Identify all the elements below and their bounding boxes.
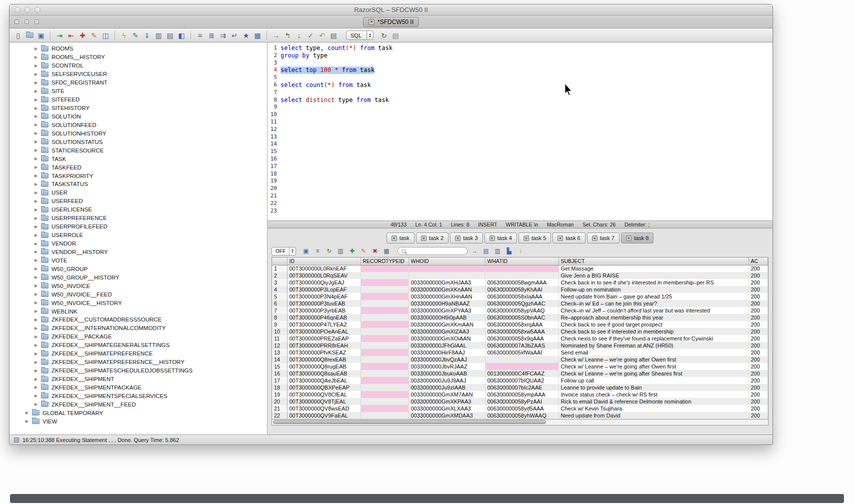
editor-line[interactable]: 10 (268, 111, 772, 118)
sidebar-item-zkfedex-shipmatepreference[interactable]: ▶ZKFEDEX__SHIPMATEPREFERENCE (10, 350, 267, 358)
cell-subject[interactable]: Check–in w/ Ed – can he join this year? (558, 300, 748, 307)
disclosure-triangle-icon[interactable]: ▶ (34, 266, 41, 271)
cell-subject[interactable]: Need update from Bain – gave go ahead 1/… (558, 293, 748, 300)
sidebar-item-zkfedex-shipment[interactable]: ▶ZKFEDEX__SHIPMENT (10, 375, 267, 384)
cell-whatid[interactable]: 006300000058xIaAAA (485, 293, 558, 300)
cell-ac[interactable]: 200 (748, 307, 768, 314)
cell-recordtypeid[interactable] (360, 300, 408, 307)
editor-line[interactable]: 15 (268, 148, 772, 156)
cell-rownum[interactable]: 16 (272, 370, 287, 377)
disclosure-triangle-icon[interactable]: ▶ (34, 199, 41, 204)
disclosure-triangle-icon[interactable]: ▶ (34, 122, 41, 127)
table-row[interactable]: 400T3000000P3LopEAF0033000000GmXKnAAN006… (272, 286, 768, 293)
sidebar-item-userrole[interactable]: ▶USERROLE (10, 231, 267, 240)
cell-subject[interactable]: Invoice status check – check w/ RS first (558, 391, 748, 398)
table-row[interactable]: 600T3000000P3tuvEAB0033000000H9aNBAAZ006… (272, 300, 768, 307)
sidebar-item-sfdc-registrant[interactable]: ▶SFDC_REGISTRANT (10, 78, 267, 87)
cell-id[interactable]: 00T3000000QV8CfEAL (287, 391, 360, 398)
cell-ac[interactable]: 200 (748, 405, 768, 412)
cell-whoid[interactable]: 0033000000GmXMDAA3 (408, 412, 485, 419)
editor-line[interactable]: 8select distinct type from task (268, 96, 772, 104)
cell-recordtypeid[interactable] (360, 356, 408, 363)
open-results-icon[interactable]: ▤ (482, 246, 490, 256)
tab-close-icon[interactable]: ✕ (455, 236, 460, 241)
cell-subject[interactable]: Follow-up on nomination (558, 286, 748, 293)
cell-whoid[interactable]: 0033000000GmXPYAA3 (408, 307, 485, 314)
cell-rownum[interactable]: 14 (272, 356, 287, 363)
go-icon[interactable]: → (271, 30, 281, 40)
sidebar-item-zkfedex-package[interactable]: ▶ZKFEDEX__PACKAGE (10, 332, 267, 341)
sidebar-item-solutionhistory[interactable]: ▶SOLUTIONHISTORY (10, 129, 267, 138)
disclosure-triangle-icon[interactable]: ▶ (34, 216, 41, 220)
add-connection-icon[interactable]: ✚ (78, 30, 88, 40)
cell-ac[interactable]: 200 (748, 314, 768, 321)
disclosure-triangle-icon[interactable]: ▶ (34, 275, 41, 280)
cell-subject[interactable]: Send email (558, 349, 748, 356)
cell-whoid[interactable]: 0033000000GmXM7AAN (408, 391, 485, 398)
cell-whatid[interactable] (485, 272, 558, 279)
cell-ac[interactable]: 200 (748, 377, 768, 384)
sidebar-item-userlicense[interactable]: ▶USERLICENSE (10, 206, 267, 214)
cell-rownum[interactable]: 6 (272, 300, 287, 307)
cell-recordtypeid[interactable] (360, 314, 408, 321)
disclosure-triangle-icon[interactable]: ▶ (34, 98, 41, 102)
cell-ac[interactable]: 200 (748, 398, 768, 405)
tab-close-icon[interactable]: ✕ (558, 236, 563, 241)
cell-whatid[interactable]: 00630000007bIQUAA2 (485, 377, 558, 384)
editor-line[interactable]: 7 (268, 89, 772, 96)
sidebar-item-rooms-history[interactable]: ▶ROOMS__HISTORY (10, 53, 267, 62)
history-icon[interactable]: ▤ (328, 30, 338, 40)
refresh-icon[interactable]: ↻ (324, 246, 334, 256)
export-results-icon[interactable]: ↓ (516, 246, 525, 256)
bookmarks-icon[interactable]: ◧ (176, 30, 186, 40)
sidebar-item-user[interactable]: ▶USER (10, 188, 267, 197)
cell-rownum[interactable]: 15 (272, 363, 287, 370)
sidebar-item-vendor[interactable]: ▶VENDOR (10, 240, 267, 248)
sidebar-item-scontrol[interactable]: ▶SCONTROL (10, 62, 267, 70)
sidebar-item-userprofilefeed[interactable]: ▶USERPROFILEFEED (10, 222, 267, 231)
tab-close-icon[interactable]: ✕ (626, 236, 632, 241)
editor-line[interactable]: 2group by type (268, 52, 772, 60)
cell-whoid[interactable]: 0033000000H9aNBAAZ (408, 300, 485, 307)
copy-results-icon[interactable]: ▥ (493, 246, 502, 256)
column-header-whatid[interactable]: WHATID (485, 258, 558, 265)
cell-whoid[interactable]: 0033000000GmXHJAA3 (408, 279, 485, 286)
titlebar[interactable]: RazorSQL – SFDCW50 II (10, 4, 772, 16)
result-tab-task-7[interactable]: ✕task 7 (587, 232, 620, 244)
cell-whatid[interactable]: 006300000058ypVAAQ (485, 307, 558, 314)
indent-icon[interactable]: ⇉ (218, 30, 228, 40)
cell-subject[interactable]: Check w/ Leanne – we're going after Owen… (558, 356, 748, 363)
cell-id[interactable]: 00T3000000L0RknEAF (287, 265, 360, 272)
sort-icon[interactable]: ≡ (313, 246, 322, 256)
cell-subject[interactable]: Follow up call (558, 377, 748, 384)
disclosure-triangle-icon[interactable]: ▶ (34, 258, 41, 262)
cell-whatid[interactable]: 006300000058yhWAAQ (485, 412, 558, 419)
disconnect-icon[interactable]: ⇤ (66, 30, 76, 40)
cell-whoid[interactable] (408, 272, 485, 279)
sidebar-item-solution[interactable]: ▶SOLUTION (10, 112, 267, 121)
sidebar-item-zkfedex-customaddresssource[interactable]: ▶ZKFEDEX__CUSTOMADDRESSSOURCE (10, 316, 267, 324)
auto-commit-icon[interactable]: ↻ (379, 30, 389, 40)
cell-id[interactable]: 00T3000000Q8rexEAB (287, 356, 360, 363)
sidebar-item-selfserviceuser[interactable]: ▶SELFSERVICEUSER (10, 70, 267, 78)
cell-rownum[interactable]: 5 (272, 293, 287, 300)
sidebar-item-zkfedex-shipmategeneralsettings[interactable]: ▶ZKFEDEX__SHIPMATEGENERALSETTINGS (10, 341, 267, 350)
check-syntax-icon[interactable]: ✓ (306, 30, 316, 40)
cell-whatid[interactable]: 006300000058yPzAAI (485, 398, 558, 405)
editor-line[interactable]: 19 (268, 178, 772, 185)
editor-line[interactable]: 12 (268, 126, 772, 134)
cell-recordtypeid[interactable] (360, 307, 408, 314)
disclosure-triangle-icon[interactable]: ▶ (34, 250, 41, 254)
table-row[interactable]: 1300T3000000PfvKSEAZ0033000000HirF8AAJ00… (272, 349, 768, 356)
cell-id[interactable]: 00T3000000QV8TjEAL (287, 398, 360, 405)
column-header-whoid[interactable]: WHOID (408, 258, 485, 265)
disclosure-triangle-icon[interactable]: ▶ (34, 114, 41, 118)
connect-icon[interactable]: ⇥ (54, 30, 64, 40)
sidebar-item-zkfedex-shipmatepreference-history[interactable]: ▶ZKFEDEX__SHIPMATEPREFERENCE__HISTORY (10, 358, 267, 366)
sql-editor[interactable]: 1select type, count(*) from task2group b… (268, 42, 772, 220)
cell-rownum[interactable]: 18 (272, 384, 287, 391)
disclosure-triangle-icon[interactable]: ▶ (34, 377, 41, 382)
sidebar-item-userfeed[interactable]: ▶USERFEED (10, 197, 267, 206)
cell-whatid[interactable]: 006300000058yKhAAI (485, 286, 558, 293)
disclosure-triangle-icon[interactable]: ▶ (34, 55, 41, 60)
